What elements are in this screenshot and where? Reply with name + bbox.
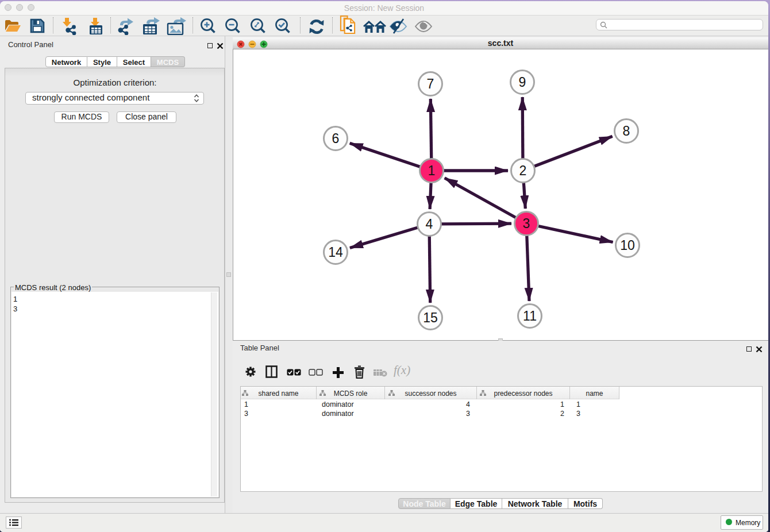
svg-text:10: 10 [620, 238, 635, 253]
svg-text:1: 1 [428, 163, 436, 178]
svg-text:3: 3 [523, 216, 530, 231]
svg-text:7: 7 [427, 76, 434, 91]
svg-text:9: 9 [519, 75, 526, 90]
svg-text:8: 8 [623, 124, 630, 138]
svg-text:14: 14 [328, 245, 343, 260]
svg-text:15: 15 [423, 310, 438, 325]
svg-text:4: 4 [426, 217, 433, 232]
svg-text:11: 11 [523, 309, 537, 323]
svg-text:6: 6 [332, 131, 340, 146]
svg-text:2: 2 [519, 163, 527, 178]
